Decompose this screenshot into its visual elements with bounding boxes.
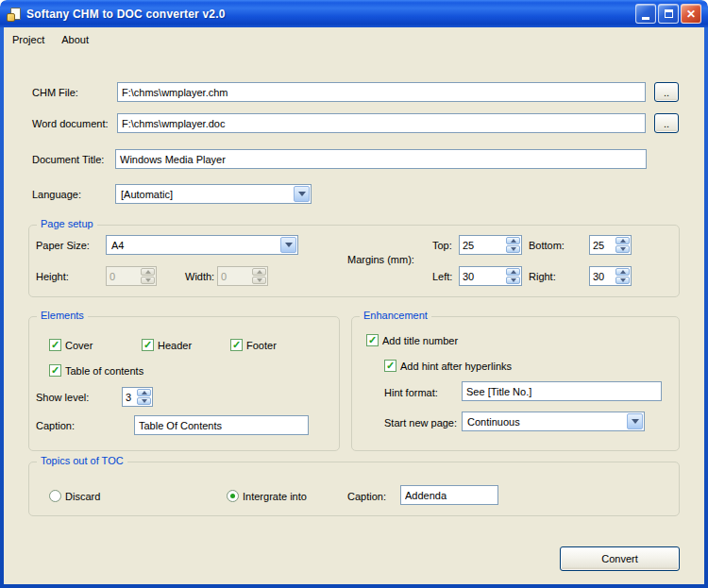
app-window: Softany CHM to DOC converter v2.0 ✕ Proj… — [0, 0, 708, 588]
start-new-page-label: Start new page: — [384, 417, 457, 429]
hint-format-input[interactable] — [462, 381, 662, 401]
elements-title: Elements — [37, 310, 88, 321]
start-new-page-select[interactable]: Continuous — [462, 412, 645, 431]
show-level-input[interactable] — [123, 388, 137, 406]
add-hint-label[interactable]: Add hint after hyperlinks — [400, 361, 512, 373]
word-doc-label: Word document: — [32, 118, 109, 130]
topics-caption-input[interactable] — [400, 485, 498, 505]
margin-right-spin-buttons — [615, 267, 631, 285]
width-spin-buttons — [252, 267, 267, 285]
language-dropdown-button[interactable] — [294, 186, 310, 202]
discard-radio[interactable] — [49, 490, 61, 502]
up-arrow-icon — [145, 270, 151, 274]
chevron-down-icon — [298, 192, 306, 196]
header-checkbox[interactable]: ✓ — [142, 339, 154, 351]
page-setup-title: Page setup — [37, 218, 97, 229]
footer-checkbox[interactable]: ✓ — [230, 339, 243, 351]
maximize-button[interactable] — [658, 4, 679, 24]
add-hint-checkbox[interactable]: ✓ — [384, 360, 396, 372]
minimize-button[interactable] — [635, 4, 656, 24]
down-arrow-icon — [620, 278, 626, 282]
margin-left-up-button[interactable] — [506, 268, 520, 276]
app-icon — [7, 7, 22, 22]
margin-top-down-button[interactable] — [506, 245, 520, 253]
toc-caption-input[interactable] — [134, 415, 309, 435]
window-border-left — [0, 27, 4, 588]
window-border-right — [704, 27, 708, 588]
word-doc-browse-button[interactable]: .. — [654, 113, 679, 133]
margin-top-label: Top: — [432, 240, 452, 252]
language-select[interactable]: [Automatic] — [115, 184, 312, 204]
cover-checkbox[interactable]: ✓ — [49, 339, 61, 351]
toc-caption-label: Caption: — [36, 420, 75, 432]
window-title: Softany CHM to DOC converter v2.0 — [26, 8, 226, 21]
close-button[interactable]: ✕ — [681, 4, 701, 24]
paper-size-select[interactable]: A4 — [106, 235, 298, 255]
down-arrow-icon — [145, 278, 151, 282]
add-title-number-label[interactable]: Add title number — [382, 335, 458, 347]
menu-about[interactable]: About — [53, 31, 97, 48]
footer-label[interactable]: Footer — [246, 340, 277, 352]
check-icon: ✓ — [51, 340, 59, 350]
margin-bottom-input[interactable] — [590, 236, 615, 254]
margin-left-input[interactable] — [460, 267, 506, 285]
margin-top-input[interactable] — [460, 236, 506, 254]
integrate-label[interactable]: Intergrate into — [243, 491, 307, 503]
check-icon: ✓ — [386, 361, 395, 371]
margin-right-input[interactable] — [590, 267, 615, 285]
chm-file-browse-button[interactable]: .. — [654, 82, 679, 102]
margin-right-label: Right: — [529, 271, 556, 283]
show-level-up-button[interactable] — [137, 389, 151, 396]
margin-right-up-button[interactable] — [615, 268, 630, 276]
margin-bottom-spinner[interactable] — [589, 235, 632, 255]
start-new-page-dropdown-button[interactable] — [627, 413, 643, 429]
chevron-down-icon — [632, 419, 639, 424]
margin-left-label: Left: — [432, 271, 452, 283]
integrate-radio[interactable] — [227, 490, 239, 502]
toc-checkbox[interactable]: ✓ — [49, 364, 61, 377]
width-label: Width: — [185, 271, 214, 283]
language-label: Language: — [32, 189, 81, 201]
converter-icon — [7, 13, 15, 22]
topics-group: Topics out of TOC — [28, 462, 680, 516]
paper-size-label: Paper Size: — [36, 240, 90, 252]
up-arrow-icon — [511, 270, 516, 274]
hint-format-label: Hint format: — [384, 387, 438, 399]
height-input — [107, 267, 141, 285]
maximize-icon — [665, 9, 673, 18]
paper-size-dropdown-button[interactable] — [280, 237, 296, 253]
word-doc-input[interactable] — [117, 113, 646, 133]
show-level-spinner[interactable] — [122, 387, 153, 407]
margin-bottom-down-button[interactable] — [615, 245, 630, 253]
down-arrow-icon — [511, 278, 516, 282]
check-icon: ✓ — [51, 365, 59, 376]
chm-file-input[interactable] — [117, 82, 646, 102]
doc-title-input[interactable] — [115, 149, 647, 169]
margin-left-spinner[interactable] — [459, 266, 522, 286]
add-title-number-checkbox[interactable]: ✓ — [366, 334, 379, 346]
margin-bottom-up-button[interactable] — [615, 237, 630, 244]
header-label[interactable]: Header — [158, 340, 192, 352]
discard-label[interactable]: Discard — [65, 491, 100, 503]
up-arrow-icon — [620, 270, 626, 274]
margin-bottom-spin-buttons — [615, 236, 631, 254]
start-new-page-selected-value: Continuous — [463, 416, 626, 428]
menu-project[interactable]: Project — [4, 31, 53, 48]
width-down-button — [252, 277, 266, 284]
margin-top-up-button[interactable] — [506, 237, 520, 244]
titlebar[interactable]: Softany CHM to DOC converter v2.0 ✕ — [0, 0, 708, 27]
margin-right-down-button[interactable] — [615, 277, 630, 284]
margin-top-spinner[interactable] — [459, 235, 522, 255]
topics-caption-label: Caption: — [347, 491, 386, 503]
down-arrow-icon — [620, 247, 626, 251]
check-icon: ✓ — [232, 340, 241, 350]
toc-label[interactable]: Table of contents — [65, 365, 143, 378]
chm-file-label: CHM File: — [32, 87, 78, 99]
up-arrow-icon — [257, 270, 262, 274]
close-icon: ✕ — [686, 8, 696, 20]
show-level-down-button[interactable] — [137, 397, 151, 405]
convert-button[interactable]: Convert — [560, 546, 680, 571]
margin-left-down-button[interactable] — [506, 277, 520, 284]
margin-right-spinner[interactable] — [589, 266, 632, 286]
cover-label[interactable]: Cover — [65, 340, 93, 352]
